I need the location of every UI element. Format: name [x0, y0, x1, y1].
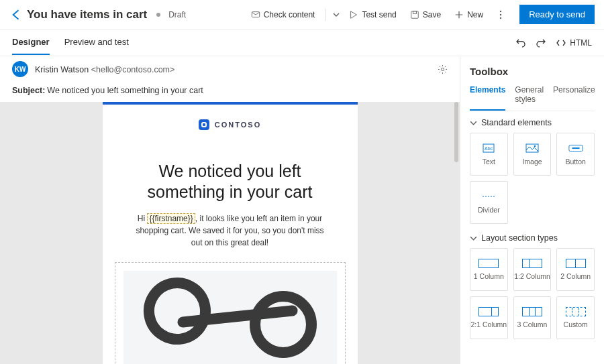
toolbox-tabs: Elements General styles Personalize [470, 85, 595, 111]
tile-button-label: Button [565, 158, 585, 166]
check-content-button[interactable]: Check content [247, 7, 319, 22]
html-label: HTML [570, 38, 592, 48]
toolbox-panel: Toolbox Elements General styles Personal… [460, 56, 604, 364]
avatar: KW [12, 61, 28, 77]
tab-personalize[interactable]: Personalize [553, 85, 595, 111]
image-slot[interactable] [115, 262, 346, 365]
image-icon [525, 143, 540, 154]
sender-name: Kristin Watson [35, 65, 89, 74]
section-standard-elements[interactable]: Standard elements [470, 118, 595, 127]
tab-preview[interactable]: Preview and test [64, 30, 129, 55]
svg-point-10 [534, 145, 536, 147]
subject-label: Subject: [12, 86, 45, 95]
new-label: New [467, 10, 483, 19]
save-button[interactable]: Save [406, 7, 445, 22]
tile-2col-label: 2 Column [560, 272, 591, 280]
divider [325, 9, 326, 21]
layout-1col-icon [479, 259, 499, 268]
html-toggle[interactable]: HTML [556, 38, 592, 48]
brand-row: CONTOSO [103, 105, 358, 142]
tile-12col-label: 1:2 Column [514, 272, 550, 280]
new-button[interactable]: New [450, 7, 487, 22]
tile-text-label: Text [483, 158, 495, 166]
chevron-down-icon [470, 119, 477, 127]
svg-point-4 [500, 13, 501, 15]
layout-12col-icon [522, 259, 542, 268]
more-icon[interactable] [495, 9, 506, 20]
sender-row: KW Kristin Watson <hello@contoso.com> [0, 56, 460, 82]
sparkle-icon [251, 10, 260, 19]
button-icon [568, 143, 583, 154]
text-icon: Abc [481, 143, 496, 154]
subject-value: We noticed you left something in your ca… [47, 86, 203, 95]
section-layout-types[interactable]: Layout section types [470, 233, 595, 243]
brand-name: CONTOSO [215, 121, 261, 129]
svg-rect-1 [411, 11, 419, 18]
section-standard-label: Standard elements [481, 118, 552, 127]
undo-icon[interactable] [515, 38, 526, 48]
tile-3col-label: 3 Column [517, 320, 548, 328]
tab-general-styles[interactable]: General styles [515, 85, 544, 111]
svg-rect-12 [572, 147, 579, 149]
email-body-text[interactable]: Hi {{firstname}}, it looks like you left… [103, 213, 358, 262]
personalization-token[interactable]: {{firstname}} [147, 213, 195, 224]
tile-text[interactable]: Abc Text [470, 133, 508, 176]
save-icon [410, 10, 419, 19]
tile-1col-label: 1 Column [474, 272, 504, 280]
top-command-bar: You have items in cart Draft Check conte… [0, 0, 604, 29]
ready-to-send-button[interactable]: Ready to send [519, 5, 595, 24]
chevron-down-icon [470, 235, 477, 242]
body-pre: Hi [138, 214, 148, 223]
svg-point-6 [441, 68, 444, 70]
section-layout-label: Layout section types [481, 233, 558, 243]
status-badge: Draft [168, 10, 186, 19]
layout-3col-icon [522, 307, 542, 316]
page-title: You have items in cart [27, 8, 147, 21]
plus-icon [454, 10, 464, 19]
tile-2-column[interactable]: 2 Column [556, 248, 595, 291]
sender-email: <hello@contoso.com> [91, 65, 175, 74]
gear-icon[interactable] [438, 64, 448, 74]
tile-custom-label: Custom [564, 320, 588, 328]
subject-row: Subject:We noticed you left something in… [0, 82, 460, 102]
tile-image[interactable]: Image [513, 133, 552, 176]
status-dot [156, 13, 160, 17]
svg-rect-2 [413, 11, 416, 13]
layout-21col-icon [479, 307, 499, 316]
chevron-down-icon[interactable] [333, 11, 340, 18]
standard-elements-grid: Abc Text Image Button Divider [470, 133, 595, 224]
svg-point-5 [500, 17, 501, 18]
tile-1-column[interactable]: 1 Column [470, 248, 508, 291]
tile-image-label: Image [522, 158, 542, 166]
canvas-area[interactable]: CONTOSO We noticed you left something in… [0, 102, 460, 364]
layout-2col-icon [566, 259, 586, 268]
redo-icon[interactable] [536, 38, 546, 48]
email-headline[interactable]: We noticed you left something in your ca… [103, 142, 358, 213]
divider-icon [481, 191, 496, 202]
layout-grid: 1 Column 1:2 Column 2 Column 2:1 Column … [470, 248, 595, 339]
product-image-placeholder [123, 271, 337, 365]
test-send-label: Test send [362, 10, 396, 19]
tile-3-column[interactable]: 3 Column [513, 296, 552, 339]
tile-custom-column[interactable]: Custom [556, 296, 595, 339]
tile-divider-label: Divider [478, 206, 500, 214]
test-send-button[interactable]: Test send [345, 7, 400, 22]
tile-divider[interactable]: Divider [470, 181, 508, 224]
layout-custom-icon [566, 307, 586, 316]
code-icon [556, 38, 566, 48]
tile-21col-label: 2:1 Column [470, 320, 507, 328]
check-content-label: Check content [264, 10, 315, 19]
back-icon[interactable] [9, 9, 21, 21]
email-preview[interactable]: CONTOSO We noticed you left something in… [103, 102, 358, 364]
tab-elements[interactable]: Elements [470, 85, 505, 111]
editor-tabs: Designer Preview and test HTML [0, 29, 604, 56]
tile-button[interactable]: Button [556, 133, 595, 176]
tile-2-1-column[interactable]: 2:1 Column [470, 296, 508, 339]
tab-designer[interactable]: Designer [12, 30, 50, 55]
toolbox-title: Toolbox [470, 66, 595, 77]
save-label: Save [423, 10, 441, 19]
svg-point-3 [500, 10, 501, 11]
scrollbar[interactable] [454, 102, 458, 364]
tile-1-2-column[interactable]: 1:2 Column [513, 248, 552, 291]
brand-logo-icon [199, 119, 209, 130]
